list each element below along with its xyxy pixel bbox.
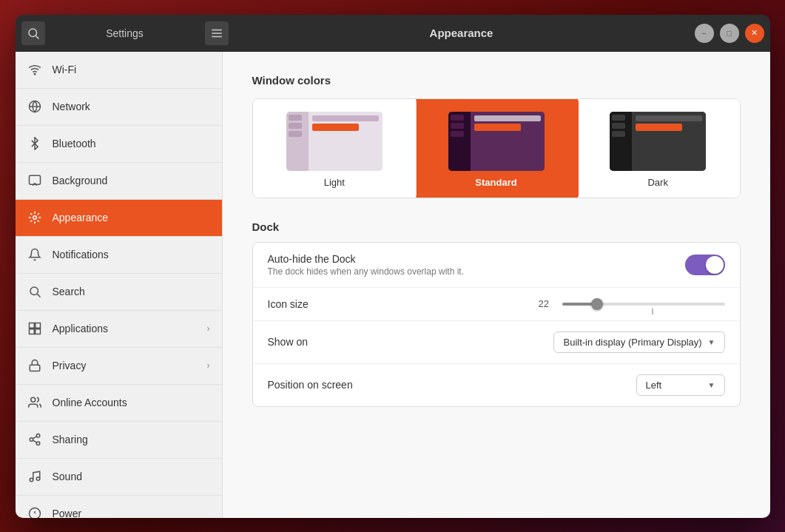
sidebar-label-applications: Applications: [53, 323, 197, 334]
privacy-arrow: ›: [207, 360, 210, 371]
sidebar-label-network: Network: [53, 101, 210, 112]
menu-button[interactable]: [205, 21, 229, 45]
online-accounts-icon: [27, 395, 42, 410]
dock-card: Auto-hide the Dock The dock hides when a…: [252, 242, 741, 407]
light-preview: [286, 112, 383, 171]
light-dot-1: [289, 115, 302, 121]
icon-size-value: 22: [539, 298, 553, 309]
sidebar-item-network[interactable]: Network: [16, 89, 222, 126]
show-on-row: Show on Built-in display (Primary Displa…: [253, 321, 740, 364]
sidebar-label-online-accounts: Online Accounts: [53, 397, 210, 408]
network-icon: [27, 99, 42, 114]
svg-rect-14: [29, 329, 34, 334]
window-colors-grid: Light: [252, 98, 741, 198]
sidebar-item-bluetooth[interactable]: Bluetooth: [16, 126, 222, 163]
svg-line-21: [33, 440, 36, 442]
dark-sidebar-preview: [610, 112, 632, 171]
show-on-info: Show on: [268, 336, 554, 348]
settings-window: Settings Appearance − □ ✕: [16, 15, 770, 518]
sidebar-label-appearance: Appearance: [53, 212, 210, 223]
sidebar-item-online-accounts[interactable]: Online Accounts: [16, 385, 222, 422]
sidebar-item-privacy[interactable]: Privacy ›: [16, 348, 222, 385]
slider-thumb: [591, 298, 603, 310]
sidebar-label-bluetooth: Bluetooth: [53, 138, 210, 149]
position-label: Position on screen: [268, 379, 636, 391]
standard-main-preview: [471, 112, 545, 171]
position-info: Position on screen: [268, 379, 636, 391]
svg-point-0: [29, 29, 37, 37]
position-dropdown[interactable]: Left ▼: [636, 374, 725, 396]
sidebar-item-background[interactable]: Background: [16, 163, 222, 200]
svg-line-1: [36, 36, 38, 38]
maximize-button[interactable]: □: [720, 24, 739, 43]
bluetooth-icon: [27, 136, 42, 151]
slider-fill: [562, 303, 595, 306]
svg-rect-12: [29, 323, 34, 329]
position-row: Position on screen Left ▼: [253, 364, 740, 406]
sidebar-item-wifi[interactable]: Wi-Fi: [16, 52, 222, 89]
privacy-icon: [27, 358, 42, 373]
sidebar-item-sharing[interactable]: Sharing: [16, 422, 222, 459]
show-on-label: Show on: [268, 336, 554, 348]
window-controls: − □ ✕: [695, 24, 764, 43]
position-arrow: ▼: [708, 381, 715, 389]
slider-tick: [652, 309, 653, 314]
power-icon: [27, 506, 42, 518]
icon-size-label: Icon size: [268, 298, 539, 310]
show-on-dropdown[interactable]: Built-in display (Primary Display) ▼: [553, 331, 724, 353]
sidebar-item-notifications[interactable]: Notifications: [16, 237, 222, 274]
titlebar-page-name: Appearance: [229, 27, 695, 39]
applications-icon: [27, 321, 42, 336]
svg-point-19: [30, 438, 33, 442]
color-option-dark[interactable]: Dark: [578, 99, 740, 198]
sidebar-item-search[interactable]: Search: [16, 274, 222, 311]
sidebar-item-sound[interactable]: Sound: [16, 459, 222, 496]
close-button[interactable]: ✕: [745, 24, 764, 43]
light-sidebar-preview: [286, 112, 309, 171]
dark-bar: [636, 115, 702, 121]
color-option-standard[interactable]: Standard: [416, 99, 578, 198]
wifi-icon: [27, 62, 42, 77]
dock-section: Dock Auto-hide the Dock The dock hides w…: [252, 220, 741, 407]
titlebar: Settings Appearance − □ ✕: [16, 15, 770, 52]
search-button[interactable]: [21, 21, 45, 45]
sidebar-label-wifi: Wi-Fi: [53, 64, 210, 75]
background-icon: [27, 173, 42, 188]
appearance-icon: [27, 210, 42, 225]
svg-line-11: [37, 294, 40, 297]
svg-rect-13: [35, 323, 40, 329]
search-sidebar-icon: [27, 284, 42, 299]
sidebar-item-appearance[interactable]: Appearance: [16, 200, 222, 237]
std-accent: [474, 124, 521, 131]
svg-point-18: [36, 434, 40, 438]
sidebar-item-applications[interactable]: Applications ›: [16, 311, 222, 348]
light-dot-3: [289, 131, 302, 137]
svg-point-17: [30, 397, 35, 402]
window-colors-title: Window colors: [252, 74, 741, 87]
show-on-arrow: ▼: [708, 338, 715, 346]
show-on-control: Built-in display (Primary Display) ▼: [553, 331, 724, 353]
auto-hide-row: Auto-hide the Dock The dock hides when a…: [253, 243, 740, 288]
light-label: Light: [324, 177, 345, 188]
minimize-button[interactable]: −: [695, 24, 714, 43]
applications-arrow: ›: [207, 323, 210, 334]
color-option-light[interactable]: Light: [253, 99, 417, 198]
auto-hide-label: Auto-hide the Dock: [268, 253, 685, 265]
titlebar-left: Settings: [21, 21, 229, 45]
dock-section-title: Dock: [252, 220, 741, 233]
sidebar-item-power[interactable]: Power: [16, 496, 222, 518]
position-control: Left ▼: [636, 374, 725, 396]
light-accent: [312, 124, 359, 131]
icon-size-slider[interactable]: [562, 303, 725, 306]
dark-dot-3: [612, 131, 625, 137]
auto-hide-toggle[interactable]: [685, 255, 725, 275]
sidebar-label-background: Background: [53, 175, 210, 186]
std-dot-1: [451, 115, 464, 121]
svg-point-5: [34, 73, 36, 75]
dark-dot-1: [612, 115, 625, 121]
notifications-icon: [27, 247, 42, 262]
std-dot-3: [451, 131, 464, 137]
sidebar-label-privacy: Privacy: [53, 360, 197, 371]
sidebar-label-notifications: Notifications: [53, 249, 210, 260]
svg-point-9: [33, 216, 36, 220]
